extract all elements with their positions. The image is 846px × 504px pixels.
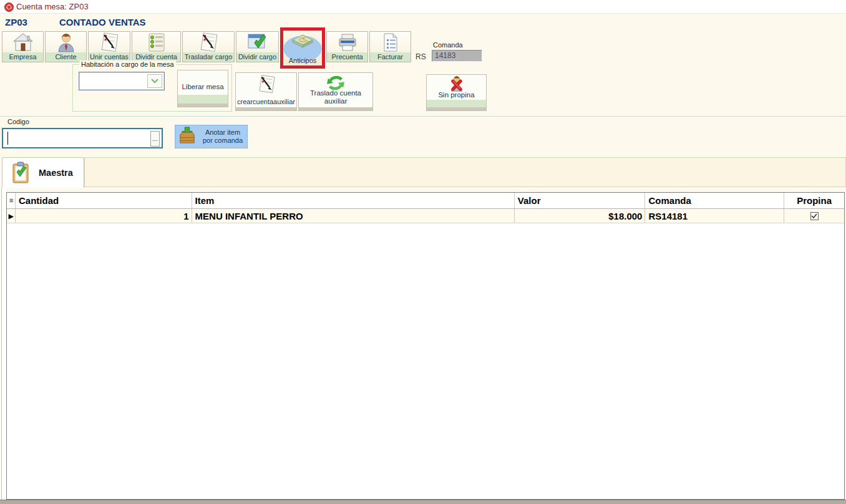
liberar-mesa-label: Liberar mesa [182,83,223,91]
anotar-label-line2: por comanda [198,137,247,145]
grid-corner-icon: ≣ [7,193,16,208]
table-code-label: ZP03 [5,17,27,27]
codigo-browse-button[interactable]: ... [150,131,160,147]
notepad-pen-icon [256,74,277,97]
button-gray-strip [236,107,296,110]
toolbar-button-label: Anticipos [283,56,322,65]
column-header-cantidad[interactable]: Cantidad [16,193,192,208]
codigo-input[interactable]: ... [2,128,163,148]
crate-arrow-icon [178,126,196,147]
crear-cuenta-auxiliar-button[interactable]: crearcuentaauxiliar [235,72,297,111]
column-header-propina[interactable]: Propina [784,193,844,208]
row-marker: ▶ [7,209,16,223]
grid-header-row: ≣ Cantidad Item Valor Comanda Propina [7,193,844,209]
comanda-field-label: Comanda [433,41,463,49]
cuenta-mesa-window: Cuenta mesa: ZP03 ZP03 CONTADO VENTAS Em… [0,0,846,504]
clipboard-check-icon [11,162,31,187]
chevron-down-icon [151,79,158,84]
trasladar-cargo-button[interactable]: Trasladar cargo [182,31,235,62]
habitacion-groupbox-title: Habitación a cargo de la mesa [79,61,176,68]
button-gray-strip [299,107,372,110]
comanda-input: 14183 [432,50,482,62]
notepad-pen-icon [183,32,234,53]
checkmark-icon [811,213,817,219]
toolbar-button-label: Facturar [370,52,411,62]
button-gray-strip [427,107,486,110]
tab-page-left-margin [0,187,6,500]
tab-maestra-label: Maestra [39,158,73,188]
propina-checkbox[interactable] [810,212,819,220]
text-caret [7,132,8,145]
anotar-item-button[interactable]: Anotar item por comanda [175,125,248,148]
toolbar-button-label: Empresa [2,52,43,62]
button-gray-strip [178,104,228,107]
tab-maestra[interactable]: Maestra [2,157,84,188]
unir-cuentas-button[interactable]: Unir cuentas [88,31,130,62]
traslado-label-line1: Traslado cuenta [299,89,372,97]
anticipos-button[interactable]: Anticipos [283,31,322,65]
dividir-cargo-button[interactable]: Dividir cargo [236,31,279,62]
column-header-comanda[interactable]: Comanda [645,193,784,208]
toolbar-button-label: Dividir cargo [236,52,278,62]
sin-propina-label: Sin propina [427,91,486,99]
notepad-pen-icon [89,32,130,53]
sin-propina-button[interactable]: Sin propina [426,74,487,111]
section-divider [0,116,846,117]
title-bar: Cuenta mesa: ZP03 [0,0,846,14]
anticipos-highlight-box: Anticipos [280,27,325,69]
cell-comanda: RS14181 [645,209,784,223]
traslado-cuenta-auxiliar-button[interactable]: Traslado cuenta auxiliar [298,72,373,111]
toolbar-button-label: Trasladar cargo [183,52,234,62]
combobox-dropdown-button[interactable] [147,74,162,88]
column-header-item[interactable]: Item [192,193,515,208]
cell-cantidad: 1 [16,209,192,223]
dividir-cuenta-button[interactable]: Dividir cuenta [132,31,181,62]
person-icon [46,32,86,53]
anotar-label-line1: Anotar item [198,128,247,137]
crear-cuenta-auxiliar-label: crearcuentaauxiliar [236,98,296,106]
liberar-mesa-button[interactable]: Liberar mesa [177,70,228,107]
precuenta-button[interactable]: Precuenta [326,31,368,62]
habitacion-combobox[interactable] [79,72,165,90]
table-row[interactable]: ▶ 1 MENU INFANTIL PERRO $18.000 RS14181 [7,209,844,223]
cell-propina [784,209,844,223]
cell-valor: $18.000 [515,209,646,223]
checklist-icon [132,32,180,53]
codigo-label: Codigo [7,118,29,125]
empresa-button[interactable]: Empresa [2,31,44,62]
traslado-label-line2: auxiliar [299,97,372,105]
window-check-icon [236,32,278,53]
window-bottom-edge [0,500,846,504]
column-header-valor[interactable]: Valor [515,193,646,208]
button-green-strip [178,95,228,104]
house-icon [2,32,43,53]
money-icon [283,31,322,53]
items-grid: ≣ Cantidad Item Valor Comanda Propina ▶ … [6,192,845,500]
toolbar-button-label: Precuenta [327,52,367,62]
button-green-strip [427,100,486,107]
printer-icon [327,32,367,53]
tab-strip [84,157,846,187]
window-title: Cuenta mesa: ZP03 [16,0,89,14]
cell-item: MENU INFANTIL PERRO [192,209,515,223]
rs-label: RS [416,52,426,61]
sales-mode-label: CONTADO VENTAS [59,17,146,27]
facturar-button[interactable]: Facturar [369,31,411,62]
app-logo-icon [4,2,14,12]
cliente-button[interactable]: Cliente [45,31,87,62]
document-icon [370,32,411,53]
